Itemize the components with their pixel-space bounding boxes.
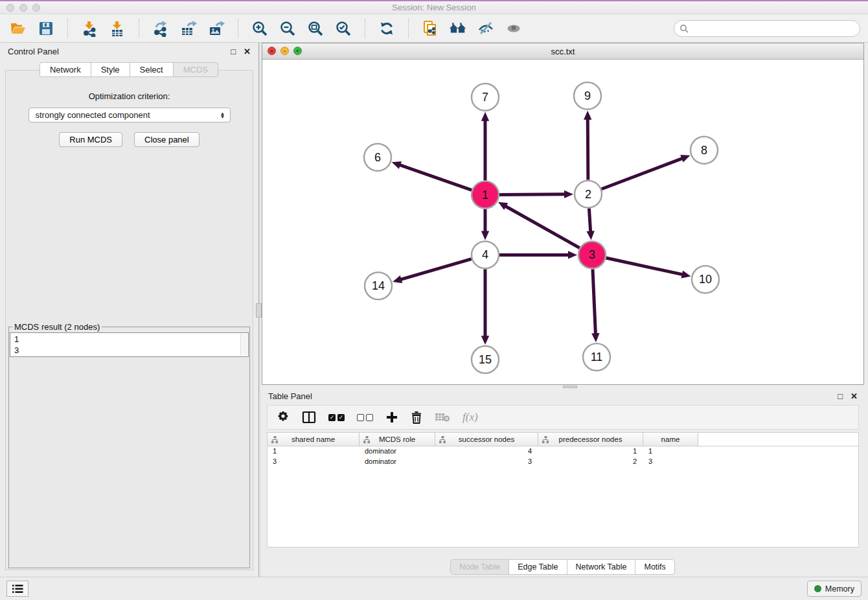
add-row-icon[interactable]: [385, 411, 398, 424]
float-panel-icon[interactable]: □: [838, 392, 843, 400]
tab-node-table[interactable]: Node Table: [450, 559, 509, 575]
list-icon: [12, 584, 23, 594]
edge-arrowhead: [591, 333, 599, 342]
close-panel-icon[interactable]: ✕: [851, 392, 858, 400]
tab-network-table[interactable]: Network Table: [567, 559, 636, 575]
cell-predecessor-nodes[interactable]: 1: [538, 446, 643, 457]
close-panel-icon[interactable]: ✕: [244, 47, 251, 56]
table-panel-strip: [262, 548, 864, 559]
node-label-4: 4: [482, 248, 488, 261]
search-input[interactable]: [674, 20, 860, 37]
show-all-icon[interactable]: [505, 19, 523, 38]
cell-name[interactable]: 1: [643, 446, 698, 457]
main-content: Control Panel □ ✕ NetworkStyleSelectMCDS…: [0, 43, 868, 577]
control-panel-tabs: NetworkStyleSelectMCDS: [0, 62, 258, 77]
main-toolbar: [0, 14, 868, 43]
zoom-fit-icon[interactable]: [306, 19, 325, 38]
edge-2-8[interactable]: [602, 158, 683, 189]
import-network-icon[interactable]: [80, 19, 98, 38]
cell-name[interactable]: 3: [643, 457, 698, 467]
hide-selected-icon[interactable]: [477, 19, 495, 38]
run-mcds-button[interactable]: Run MCDS: [59, 132, 122, 147]
edge-arrowhead: [681, 270, 691, 278]
table-tabs: Node TableEdge TableNetwork TableMotifs: [262, 559, 864, 575]
vertical-splitter[interactable]: [258, 43, 260, 577]
edge-2-3[interactable]: [589, 208, 590, 232]
select-all-icon[interactable]: ✓✓: [328, 414, 345, 421]
edge-3-10[interactable]: [606, 258, 683, 275]
column-header-successor-nodes[interactable]: successor nodes: [435, 433, 538, 446]
splitter-grip[interactable]: [256, 303, 262, 317]
tab-edge-table[interactable]: Edge Table: [508, 559, 567, 575]
delete-row-icon[interactable]: [411, 411, 422, 424]
cell-shared-name[interactable]: 1: [268, 446, 360, 457]
save-session-icon[interactable]: [37, 19, 55, 38]
edge-arrowhead: [481, 231, 489, 240]
function-builder-icon: f(x): [463, 411, 478, 424]
cell-shared-name[interactable]: 3: [268, 457, 360, 467]
cell-MCDS-role[interactable]: dominator: [360, 457, 435, 467]
application-window: Session: New Session: [0, 0, 868, 600]
horizontal-splitter[interactable]: [262, 385, 864, 388]
export-network-icon[interactable]: [152, 19, 170, 38]
edge-1-6[interactable]: [399, 165, 472, 190]
close-window-icon[interactable]: [6, 4, 14, 12]
zoom-in-icon[interactable]: [251, 19, 269, 38]
node-table[interactable]: shared nameMCDS rolesuccessor nodesprede…: [267, 432, 859, 548]
toolbar-separator: [67, 19, 68, 38]
minimize-window-icon[interactable]: [19, 4, 27, 12]
task-list-button[interactable]: [6, 581, 29, 597]
splitter-grip[interactable]: [563, 386, 577, 388]
edge-2-9[interactable]: [588, 119, 588, 180]
edge-1-2[interactable]: [499, 194, 565, 195]
cell-successor-nodes[interactable]: 3: [435, 457, 538, 467]
column-header-predecessor-nodes[interactable]: predecessor nodes: [538, 433, 643, 446]
tab-select[interactable]: Select: [130, 62, 174, 77]
result-scrollbar[interactable]: [240, 334, 247, 356]
float-panel-icon[interactable]: □: [231, 47, 236, 56]
deselect-all-icon[interactable]: [357, 414, 373, 421]
window-traffic-lights: [6, 4, 40, 12]
column-header-MCDS-role[interactable]: MCDS role: [360, 433, 435, 446]
tab-network[interactable]: Network: [40, 62, 91, 77]
network-canvas[interactable]: 7968124314101511: [262, 60, 863, 384]
table-row[interactable]: 3dominator323: [268, 457, 858, 467]
close-panel-button[interactable]: Close panel: [134, 132, 200, 147]
criterion-value: strongly connected component: [36, 110, 150, 120]
maximize-window-icon[interactable]: [32, 4, 40, 12]
network-close-icon[interactable]: ×: [268, 47, 276, 55]
cell-successor-nodes[interactable]: 4: [435, 446, 538, 457]
control-panel-header: Control Panel □ ✕: [0, 43, 258, 60]
export-image-icon[interactable]: [207, 19, 225, 38]
edge-4-14[interactable]: [400, 259, 472, 280]
tab-style[interactable]: Style: [91, 62, 130, 77]
open-file-icon[interactable]: [9, 19, 27, 38]
memory-button[interactable]: Memory: [807, 581, 862, 597]
cell-predecessor-nodes[interactable]: 2: [538, 457, 643, 467]
edge-3-1[interactable]: [505, 206, 579, 248]
export-table-icon[interactable]: [179, 19, 198, 38]
tab-motifs[interactable]: Motifs: [635, 559, 674, 575]
edge-3-11[interactable]: [593, 269, 595, 334]
home-view-icon[interactable]: [449, 19, 467, 38]
mcds-panel: Optimization criterion: strongly connect…: [5, 70, 253, 570]
zoom-selected-icon[interactable]: [334, 19, 352, 38]
import-table-icon[interactable]: [108, 19, 126, 38]
show-columns-icon[interactable]: [302, 411, 316, 424]
criterion-dropdown[interactable]: strongly connected component ▲▼: [29, 108, 231, 122]
cell-MCDS-role[interactable]: dominator: [360, 446, 435, 457]
column-header-shared-name[interactable]: shared name: [268, 433, 360, 446]
tab-mcds[interactable]: MCDS: [173, 62, 218, 77]
copy-network-icon[interactable]: [421, 19, 439, 38]
column-header-name[interactable]: name: [643, 433, 698, 446]
refresh-icon[interactable]: [378, 19, 396, 38]
mcds-result-group: MCDS result (2 nodes) 13: [8, 322, 250, 568]
memory-status-icon: [814, 585, 821, 592]
network-maximize-icon[interactable]: +: [293, 47, 302, 55]
mcds-result-box[interactable]: 13: [10, 332, 249, 357]
dropdown-arrows-icon: ▲▼: [220, 112, 225, 119]
table-row[interactable]: 1dominator411: [268, 446, 858, 457]
gear-icon[interactable]: [277, 411, 290, 424]
zoom-out-icon[interactable]: [279, 19, 297, 38]
network-minimize-icon[interactable]: −: [280, 47, 289, 55]
